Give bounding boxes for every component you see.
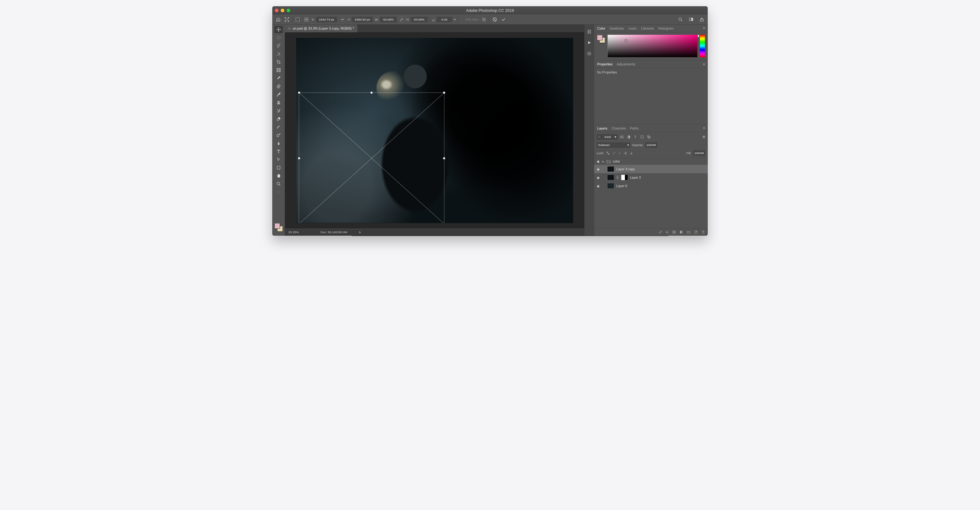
tab-swatches[interactable]: Swatches [609,26,625,31]
zoom-tool[interactable] [274,180,283,187]
layer-filter-select[interactable]: Kind ▾ [597,134,618,140]
healing-tool[interactable] [274,83,283,90]
crop-tool[interactable] [274,58,283,65]
anti-alias-checkbox[interactable]: Anti-alias [465,18,479,21]
layer-name[interactable]: color [613,160,620,164]
dodge-tool[interactable] [274,131,283,138]
transform-handle[interactable] [298,92,300,94]
link-layers-icon[interactable] [659,230,662,234]
group-icon[interactable] [687,230,690,234]
tab-paths[interactable]: Paths [630,126,639,131]
commit-transform-button[interactable] [500,16,507,23]
workspace-button[interactable] [688,16,695,23]
tab-adjustments[interactable]: Adjustments [616,62,635,67]
brush-tool[interactable] [274,91,283,98]
history-brush-tool[interactable] [274,107,283,114]
tab-histogram[interactable]: Histogram [658,26,674,31]
filter-pixel-icon[interactable] [619,133,624,140]
color-field[interactable] [608,35,697,57]
opacity-select[interactable]: 100%▾ [645,142,657,148]
fg-bg-swatch[interactable] [274,223,283,232]
filter-smart-icon[interactable] [646,133,651,140]
layer-thumbnail[interactable] [608,175,614,180]
blend-mode-select[interactable]: Subtract▾ [597,142,630,148]
expand-icon[interactable]: ▸ [603,160,604,164]
transform-handle[interactable] [371,92,372,94]
transform-reference-icon[interactable] [283,16,290,23]
close-tab-icon[interactable]: × [288,26,290,30]
panel-menu-icon[interactable]: ☰ [703,63,705,66]
filter-type-icon[interactable]: T [633,133,638,140]
layer-mask-thumbnail[interactable] [621,175,628,180]
hand-tool[interactable] [274,172,283,180]
tab-learn[interactable]: Learn [628,26,637,31]
canvas-area[interactable] [285,32,584,229]
reference-grid-icon[interactable] [303,16,310,23]
warp-mode-button[interactable] [480,16,487,23]
toolbar-expand[interactable]: ⋯ [274,188,283,195]
layer-row[interactable]: ◉ ▸ color [594,158,708,165]
layer-name[interactable]: Layer 0 [616,184,627,188]
h-field[interactable]: H: 53.09% [406,17,427,22]
reference-point-icon[interactable] [294,16,301,23]
path-select-tool[interactable] [274,156,283,163]
maximize-window-button[interactable] [286,9,290,13]
actions-panel-icon[interactable] [586,40,592,46]
type-tool[interactable] [274,148,283,155]
minimize-window-button[interactable] [281,9,285,13]
add-mask-icon[interactable] [672,230,676,234]
pen-tool[interactable] [274,140,283,147]
w-field[interactable]: W: 53.09% [375,17,396,22]
hue-handle-icon[interactable] [698,35,699,37]
document-tab[interactable]: × un.psd @ 33.3% (Layer 3 copy, RGB/8) * [285,24,357,32]
home-button[interactable] [275,16,282,23]
layer-row[interactable]: ◉ Layer 0 [594,181,708,190]
delete-icon[interactable] [702,230,705,234]
color-panel-swatch[interactable] [597,35,605,43]
x-value[interactable]: 1544.74 px [316,17,337,22]
doc-size[interactable]: Doc: 58.1M/165.9M [321,230,347,234]
shape-tool[interactable] [274,164,283,171]
transform-handle[interactable] [443,157,445,159]
x-field[interactable]: X: 1544.74 px [312,17,337,22]
canvas[interactable] [296,38,573,223]
tab-channels[interactable]: Channels [611,126,626,131]
lock-pixels-icon[interactable] [606,150,610,157]
lock-brush-icon[interactable] [611,150,616,157]
adjustment-icon[interactable] [680,230,683,234]
marquee-tool[interactable] [274,34,283,41]
status-chevron-icon[interactable] [358,231,361,234]
cancel-transform-button[interactable] [492,16,498,23]
link-aspect-button[interactable] [399,17,404,22]
layer-name[interactable]: Layer 3 copy [616,167,635,171]
visibility-icon[interactable]: ◉ [597,160,601,164]
tab-color[interactable]: Color [597,26,606,31]
layer-fx-icon[interactable]: fx [666,230,668,234]
layer-name[interactable]: Layer 3 [630,176,641,180]
tab-properties[interactable]: Properties [597,62,613,67]
layer-row[interactable]: ◉ Layer 3 copy [594,165,708,173]
tab-libraries[interactable]: Libraries [641,26,654,31]
filter-adjust-icon[interactable] [626,133,631,140]
zoom-level[interactable]: 33.33% [288,230,309,234]
lock-position-icon[interactable] [617,150,622,157]
visibility-icon[interactable]: ◉ [597,167,601,171]
panel-menu-icon[interactable]: ☰ [703,127,705,130]
w-value[interactable]: 53.09% [380,17,397,22]
fill-select[interactable]: 100%▾ [693,150,705,156]
filter-shape-icon[interactable] [640,133,644,140]
search-button[interactable] [677,16,684,23]
layer-row[interactable]: ◉ Layer 3 [594,173,708,181]
visibility-icon[interactable]: ◉ [597,184,601,188]
new-layer-icon[interactable] [694,230,698,234]
eraser-tool[interactable] [274,115,283,122]
hue-slider[interactable] [700,35,705,57]
layer-thumbnail[interactable] [608,183,614,189]
gradient-tool[interactable] [274,123,283,130]
clone-stamp-tool[interactable] [274,99,283,106]
fg-color-swatch[interactable] [274,223,280,229]
share-button[interactable] [698,16,705,23]
h-value[interactable]: 53.09% [411,17,428,22]
brushes-panel-icon[interactable] [586,29,592,35]
tab-layers[interactable]: Layers [597,126,608,131]
